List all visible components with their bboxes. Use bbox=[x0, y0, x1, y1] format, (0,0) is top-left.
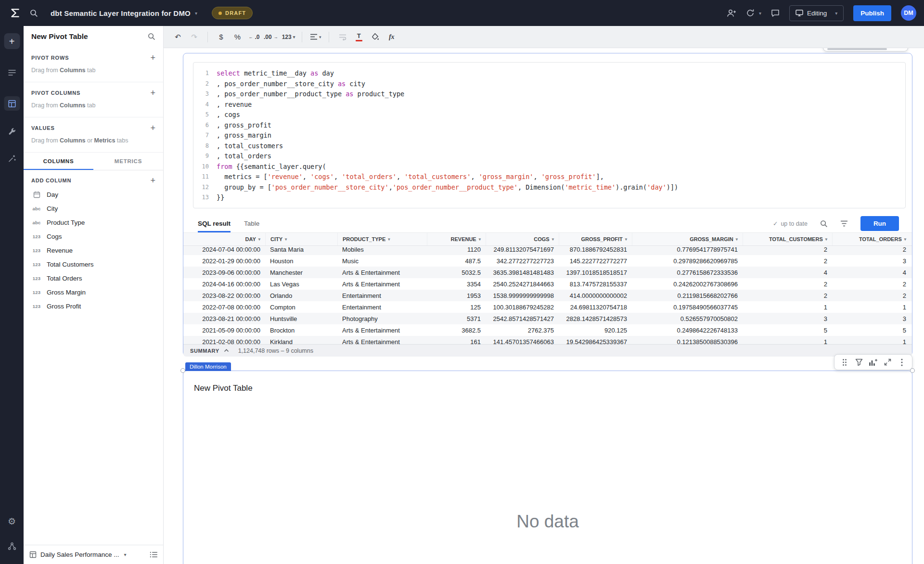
column-item-total-orders[interactable]: 123Total Orders bbox=[24, 271, 163, 285]
title-caret-icon[interactable]: ▾ bbox=[195, 11, 197, 16]
results-grid[interactable]: 2024-07-04 00:00:00Santa MariaMobiles112… bbox=[183, 246, 912, 344]
run-button[interactable]: Run bbox=[860, 216, 899, 231]
version-history-icon[interactable]: ▾ bbox=[746, 9, 761, 17]
results-row[interactable]: 2024-04-16 00:00:00Las VegasArts & Enter… bbox=[183, 278, 912, 290]
results-row[interactable]: 2023-08-22 00:00:00OrlandoEntertainment1… bbox=[183, 290, 912, 301]
column-item-day[interactable]: Day bbox=[24, 188, 163, 202]
column-header-gross_profit[interactable]: GROSS_PROFIT▾ bbox=[559, 233, 632, 245]
tab-metrics[interactable]: METRICS bbox=[93, 153, 163, 170]
sql-element[interactable]: 1select metric_time__day as day2, pos_or… bbox=[183, 53, 912, 356]
column-item-gross-profit[interactable]: 123Gross Profit bbox=[24, 299, 163, 313]
scroll-thumb[interactable] bbox=[827, 48, 887, 50]
column-header-cogs[interactable]: COGS▾ bbox=[486, 233, 559, 245]
draft-dot-icon bbox=[218, 12, 222, 15]
results-row[interactable]: 2023-08-21 00:00:00HuntsvillePhotography… bbox=[183, 313, 912, 324]
results-filter-icon[interactable] bbox=[840, 220, 848, 227]
column-item-product-type[interactable]: abcProduct Type bbox=[24, 216, 163, 230]
number-format-dropdown[interactable]: 123▾ bbox=[282, 30, 295, 44]
tools-icon[interactable] bbox=[4, 124, 20, 139]
column-item-total-customers[interactable]: 123Total Customers bbox=[24, 257, 163, 271]
elements-panel-icon[interactable] bbox=[4, 96, 20, 111]
page-list-icon[interactable] bbox=[150, 551, 157, 558]
column-item-cogs[interactable]: 123Cogs bbox=[24, 230, 163, 244]
tab-columns[interactable]: COLUMNS bbox=[24, 153, 93, 170]
results-search-icon[interactable] bbox=[820, 220, 828, 228]
results-cell: Compton bbox=[265, 304, 337, 311]
results-row[interactable]: 2022-01-29 00:00:00HoustonMusic487.5342.… bbox=[183, 255, 912, 267]
resize-handle[interactable] bbox=[180, 368, 185, 373]
resize-handle[interactable] bbox=[910, 368, 915, 373]
sort-caret-icon: ▾ bbox=[285, 237, 287, 242]
redo-icon[interactable]: ↷ bbox=[188, 30, 201, 44]
results-row[interactable]: 2024-07-04 00:00:00Santa MariaMobiles112… bbox=[183, 246, 912, 255]
results-row[interactable]: 2021-05-09 00:00:00BrocktonArts & Entert… bbox=[183, 324, 912, 336]
column-header-gross_margin[interactable]: GROSS_MARGIN▾ bbox=[632, 233, 743, 245]
avatar[interactable]: DM bbox=[901, 5, 916, 21]
toolbar-divider bbox=[207, 32, 208, 42]
decrease-decimal-icon[interactable]: ←.0 bbox=[247, 30, 260, 44]
column-header-day[interactable]: DAY▾ bbox=[193, 233, 265, 245]
fill-color-icon[interactable] bbox=[369, 30, 382, 44]
draft-badge: DRAFT bbox=[212, 7, 253, 19]
editing-mode-dropdown[interactable]: Editing ▾ bbox=[789, 5, 844, 21]
results-cell: 2022-01-29 00:00:00 bbox=[193, 257, 265, 265]
settings-gear-icon[interactable]: ⚙ bbox=[4, 514, 20, 528]
column-header-city[interactable]: CITY▾ bbox=[265, 233, 337, 245]
column-item-gross-margin[interactable]: 123Gross Margin bbox=[24, 285, 163, 299]
align-dropdown[interactable]: ▾ bbox=[309, 30, 322, 44]
comments-icon[interactable] bbox=[771, 9, 780, 17]
lineage-icon[interactable] bbox=[4, 539, 20, 553]
add-element-button[interactable]: + bbox=[4, 33, 20, 49]
sort-caret-icon: ▾ bbox=[552, 237, 554, 242]
line-number: 4 bbox=[193, 100, 217, 110]
results-row[interactable]: 2023-09-06 00:00:00ManchesterArts & Ente… bbox=[183, 267, 912, 278]
results-row[interactable]: 2022-07-08 00:00:00ComptonEntertainment1… bbox=[183, 301, 912, 313]
column-item-revenue[interactable]: 123Revenue bbox=[24, 244, 163, 257]
tab-table[interactable]: Table bbox=[244, 215, 259, 232]
collaborator-tag: Dillon Morrison bbox=[185, 362, 231, 371]
tab-sql-result[interactable]: SQL result bbox=[198, 215, 231, 232]
text-color-icon[interactable]: T bbox=[352, 30, 365, 44]
results-cell: 1953 bbox=[427, 292, 486, 299]
undo-icon[interactable]: ↶ bbox=[171, 30, 184, 44]
results-cell: 2023-08-22 00:00:00 bbox=[193, 292, 265, 299]
element-title: New Pivot Table bbox=[194, 384, 901, 393]
results-row[interactable]: 2021-02-08 00:00:00KirklandArts & Entert… bbox=[183, 336, 912, 344]
maximize-icon[interactable] bbox=[882, 357, 893, 368]
search-icon[interactable] bbox=[30, 9, 38, 17]
percent-format-icon[interactable]: % bbox=[231, 30, 244, 44]
summary-label[interactable]: SUMMARY bbox=[190, 348, 219, 354]
add-pivot-column-button[interactable]: + bbox=[150, 90, 155, 96]
pivot-table-element[interactable]: New Pivot Table No data bbox=[183, 371, 912, 564]
page-outline-icon[interactable] bbox=[4, 65, 20, 80]
column-header-product_type[interactable]: PRODUCT_TYPE▾ bbox=[337, 233, 427, 245]
sidebar-search-icon[interactable] bbox=[148, 33, 155, 40]
add-value-button[interactable]: + bbox=[150, 125, 155, 131]
column-item-city[interactable]: abcCity bbox=[24, 202, 163, 216]
increase-decimal-icon[interactable]: .00→ bbox=[264, 30, 279, 44]
publish-button[interactable]: Publish bbox=[853, 5, 891, 21]
text-wrap-icon[interactable] bbox=[336, 30, 349, 44]
sql-editor[interactable]: 1select metric_time__day as day2, pos_or… bbox=[193, 62, 906, 208]
create-child-chart-icon[interactable] bbox=[867, 357, 879, 368]
add-column-button[interactable]: + bbox=[150, 177, 155, 184]
more-menu-icon[interactable] bbox=[896, 357, 908, 368]
currency-format-icon[interactable]: $ bbox=[215, 30, 228, 44]
collapse-chevron-icon[interactable] bbox=[224, 349, 229, 352]
filter-icon[interactable] bbox=[853, 357, 865, 368]
document-title[interactable]: dbt Semantic Layer Integration for DMO bbox=[51, 9, 191, 17]
results-cell: 0.2119815668202766 bbox=[632, 292, 743, 299]
calendar-icon bbox=[31, 191, 42, 198]
page-selector[interactable]: Daily Sales Performance ... bbox=[40, 551, 119, 558]
column-header-total_customers[interactable]: TOTAL_CUSTOMERS▾ bbox=[743, 233, 832, 245]
column-header-total_orders[interactable]: TOTAL_ORDERS▾ bbox=[832, 233, 911, 245]
sigma-logo-icon[interactable] bbox=[8, 7, 22, 19]
add-pivot-row-button[interactable]: + bbox=[150, 54, 155, 61]
add-collaborator-icon[interactable] bbox=[727, 9, 736, 17]
page-caret-icon[interactable]: ▾ bbox=[124, 552, 127, 557]
column-header-revenue[interactable]: REVENUE▾ bbox=[427, 233, 486, 245]
line-number: 6 bbox=[193, 120, 217, 131]
drag-handle-icon[interactable] bbox=[839, 357, 850, 368]
formula-wand-icon[interactable] bbox=[4, 151, 20, 166]
formula-icon[interactable]: fx bbox=[385, 30, 398, 44]
